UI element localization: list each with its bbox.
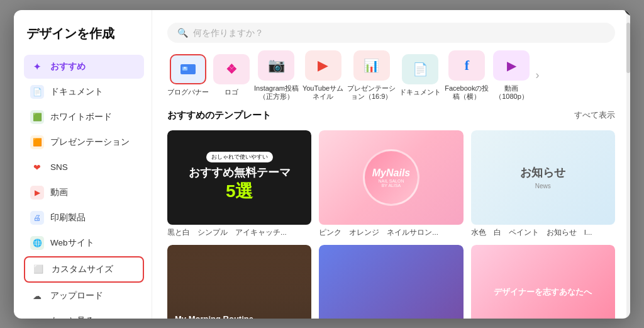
template-badge: おしゃれで使いやすい [206,152,273,162]
sns-icon: ❤ [30,161,44,174]
morning-overlay [167,245,311,319]
sidebar-item-presentation[interactable]: 🟧 プレゼンテーション [24,130,144,154]
sidebar-item-whiteboard[interactable]: 🟩 ホワイトボード [24,105,144,129]
video-icon-symbol: ▶ [507,58,516,73]
template-blue-bg [319,245,463,319]
youtube-icon-box: ▶ [305,50,341,81]
facebook-icon: f [465,57,469,74]
template-img-4: My Morning Routine ～私のお告儀～ [167,245,311,319]
document-quick-label: ドキュメント [399,88,441,96]
presentation-quick-label: プレゼンテーシ ョン（16:9） [347,84,396,101]
sidebar-item-sns[interactable]: ❤ SNS [24,156,144,179]
video-quick-label: 動画 （1080p） [495,84,528,101]
template-img-1: おしゃれで使いやすい おすすめ無料テーマ 5選 [167,130,311,225]
sidebar-item-document[interactable]: 📄 ドキュメント [24,80,144,104]
search-wrapper: 🔍 [167,23,615,43]
presentation-icon-symbol: 📊 [364,58,379,73]
quick-item-video-quick[interactable]: ▶ 動画 （1080p） [492,50,530,101]
sidebar-item-recommended[interactable]: ✦ おすすめ [24,55,144,79]
nail-main-text: MyNails [372,167,410,179]
quick-item-facebook[interactable]: f Facebookの投 稿（横） [445,50,489,101]
video-quick-icon: ▶ [493,50,530,81]
quick-item-document-quick[interactable]: 📄 ドキュメント [399,54,441,96]
sidebar-item-upload[interactable]: ☁ アップロード [24,284,144,308]
nail-sub-text: NAIL SALONBY ALISA [378,179,404,188]
search-icon: 🔍 [177,28,188,38]
template-img-2: MyNails NAIL SALONBY ALISA [319,130,463,225]
youtube-icon: ▶ [318,57,328,74]
template-card-3[interactable]: お知らせ News 水色 白 ペイント お知らせ I... [471,130,615,237]
template-card-6[interactable]: デザイナーを志すあなたへ [471,245,615,319]
presentation-icon: 🟧 [30,135,44,149]
sidebar-label-recommended: おすすめ [50,61,86,72]
sidebar-item-video[interactable]: ▶ 動画 [24,181,144,205]
facebook-icon-box: f [448,50,485,81]
sidebar-item-custom[interactable]: ⬜ カスタムサイズ [24,256,144,283]
nail-circle: MyNails NAIL SALONBY ALISA [363,149,419,206]
template-nails-bg: MyNails NAIL SALONBY ALISA [319,130,463,225]
template-morning-bg: My Morning Routine ～私のお告儀～ [167,245,311,319]
recommended-icon: ✦ [30,60,44,74]
sidebar-label-print: 印刷製品 [50,212,86,223]
sidebar-item-website[interactable]: 🌐 Webサイト [24,231,144,255]
template-img-6: デザイナーを志すあなたへ [471,245,615,319]
video-icon: ▶ [30,186,44,200]
blog-banner-label: ブログバナー [167,88,209,96]
sidebar-item-print[interactable]: 🖨 印刷製品 [24,206,144,230]
morning-title: My Morning Routine [175,314,253,319]
template-notice-bg: お知らせ News [471,130,615,225]
template-label-1: 黒と白 シンプル アイキャッチ... [167,228,311,237]
search-bar: 🔍 [152,10,630,50]
quick-item-presentation[interactable]: 📊 プレゼンテーシ ョン（16:9） [347,50,396,101]
svg-point-2 [184,67,186,68]
templates-grid: おしゃれで使いやすい おすすめ無料テーマ 5選 黒と白 シンプル アイキャッチ.… [167,130,615,319]
templates-section: おすすめのテンプレート すべて表示 おしゃれで使いやすい おすすめ無料テーマ 5… [152,110,630,319]
template-img-5 [319,245,463,319]
custom-icon: ⬜ [31,263,45,276]
morning-text-container: My Morning Routine ～私のお告儀～ [175,314,253,319]
template-card-1[interactable]: おしゃれで使いやすい おすすめ無料テーマ 5選 黒と白 シンプル アイキャッチ.… [167,130,311,237]
pink-text: デザイナーを志すあなたへ [494,286,592,298]
sidebar-label-sns: SNS [50,162,68,172]
sidebar-label-upload: アップロード [50,290,103,302]
template-card-5[interactable] [319,245,463,319]
quick-item-youtube[interactable]: ▶ YouTubeサム ネイル [303,50,343,101]
scrollbar-thumb[interactable] [626,23,630,73]
logo-icon-box: ❖ [213,54,250,84]
youtube-label: YouTubeサム ネイル [303,84,343,101]
sidebar-label-website: Webサイト [50,237,94,249]
more-icon: ••• [30,314,44,319]
chevron-right-icon[interactable]: › [535,69,539,82]
blog-banner-icon [170,54,206,84]
template-img-3: お知らせ News [471,130,615,225]
website-icon: 🌐 [30,236,44,250]
sidebar-label-more: もっと見る [50,315,94,319]
quick-items-row: ブログバナー ❖ ロゴ 📷 Instagram投稿 （正方形） ▶ [152,50,630,110]
show-all-button[interactable]: すべて表示 [574,110,615,121]
scrollbar-track[interactable] [626,10,630,319]
sidebar: デザインを作成 ✦ おすすめ 📄 ドキュメント 🟩 ホワイトボード 🟧 プレゼン… [14,10,152,319]
notice-sub-text: News [535,183,551,189]
template-card-2[interactable]: MyNails NAIL SALONBY ALISA ピンク オレンジ ネイルサ… [319,130,463,237]
template-pink-bg: デザイナーを志すあなたへ [471,245,615,319]
sidebar-label-custom: カスタムサイズ [52,264,113,275]
facebook-label: Facebookの投 稿（横） [445,84,489,101]
quick-item-instagram[interactable]: 📷 Instagram投稿 （正方形） [254,50,299,101]
template-card-4[interactable]: My Morning Routine ～私のお告儀～ Morning Routi… [167,245,311,319]
instagram-label: Instagram投稿 （正方形） [254,84,299,101]
quick-item-blog-banner[interactable]: ブログバナー [167,54,209,96]
quick-item-logo[interactable]: ❖ ロゴ [213,54,250,96]
sidebar-label-video: 動画 [50,187,68,198]
document-icon: 📄 [30,85,44,99]
logo-icon: ❖ [226,62,237,77]
sidebar-label-document: ドキュメント [50,86,103,98]
instagram-icon-box: 📷 [258,50,294,81]
sidebar-item-more[interactable]: ••• もっと見る [24,309,144,319]
logo-label: ロゴ [225,88,238,96]
template-label-3: 水色 白 ペイント お知らせ I... [471,228,615,237]
template-black-bg: おしゃれで使いやすい おすすめ無料テーマ 5選 [167,130,311,225]
document-icon-symbol: 📄 [413,62,428,77]
search-input[interactable] [193,28,605,38]
modal-title: デザインを作成 [24,25,144,42]
templates-header: おすすめのテンプレート すべて表示 [167,110,615,122]
